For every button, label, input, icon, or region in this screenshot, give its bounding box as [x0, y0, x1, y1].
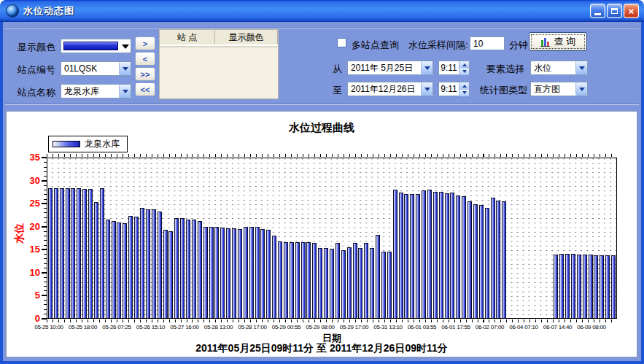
dropdown-arrow-icon[interactable] [421, 61, 432, 74]
chart-type-combo[interactable]: 直方图 [530, 82, 588, 96]
minimize-icon [594, 13, 601, 15]
bar [106, 220, 110, 318]
station-table[interactable]: 站 点 显示颜色 [159, 29, 279, 99]
from-time-spinner[interactable]: 9:11 [438, 61, 470, 75]
dropdown-arrow-icon[interactable] [575, 61, 587, 74]
x-tick-label: 05-25 10:00 [34, 324, 63, 330]
minimize-button[interactable] [590, 4, 605, 18]
y-tick-label: 5 [35, 290, 40, 301]
bar [226, 228, 230, 318]
from-label: 从 [333, 63, 342, 76]
dropdown-arrow-icon[interactable] [120, 39, 131, 53]
station-id-label: 站点编号 [18, 63, 55, 77]
x-axis-bottom-ticks [47, 320, 617, 322]
bar [174, 218, 179, 318]
to-label: 至 [333, 84, 342, 97]
legend-label: 龙泉水库 [85, 138, 120, 150]
y-tick-label: 35 [30, 152, 40, 163]
x-tick-label: 06-04 07:10 [509, 324, 538, 330]
color-swatch [63, 42, 118, 50]
bar [278, 241, 282, 318]
bar [140, 208, 144, 318]
y-tick-label: 15 [30, 244, 40, 255]
station-name-value: 龙泉水库 [61, 85, 119, 98]
bar [238, 229, 242, 318]
x-tick-label: 05-26 07:25 [102, 324, 131, 330]
x-tick-label: 05-25 18:00 [69, 324, 97, 330]
bar [468, 201, 472, 318]
move-right-button[interactable]: > [135, 36, 155, 50]
dropdown-arrow-icon[interactable] [119, 85, 131, 98]
titlebar[interactable]: 水位动态图 × [0, 0, 644, 22]
to-date-combo[interactable]: 2011年12月26日 [347, 82, 433, 96]
bar [502, 201, 506, 318]
move-all-left-button[interactable]: << [135, 82, 155, 96]
bar [284, 242, 288, 318]
divider [5, 104, 639, 105]
interval-input[interactable]: 10 [470, 36, 505, 50]
x-tick-label: 06-02 07:00 [476, 324, 504, 330]
bar [554, 255, 558, 318]
bar [370, 248, 374, 318]
bar [479, 205, 484, 318]
bar [94, 202, 98, 318]
chart-footer: 2011年05月25日09时11分 至 2011年12月26日09时11分 [7, 342, 637, 355]
move-left-button[interactable]: < [135, 52, 155, 66]
x-tick-label: 06-09 08:00 [577, 324, 605, 330]
station-column-header[interactable]: 站 点 [160, 30, 215, 44]
spin-up-icon[interactable] [459, 61, 469, 69]
chart-title: 水位过程曲线 [7, 121, 637, 135]
bar [589, 255, 593, 318]
element-value: 水位 [531, 62, 575, 74]
from-date-combo[interactable]: 2011年 5月25日 [347, 61, 433, 75]
bar [209, 227, 214, 318]
spin-down-icon[interactable] [459, 90, 469, 96]
interval-label: 水位采样间隔: [408, 39, 468, 52]
station-name-combo[interactable]: 龙泉水库 [61, 84, 131, 98]
y-tick-label: 0 [35, 314, 40, 324]
station-id-value: 01LQSK [61, 63, 119, 74]
y-axis-tick-labels: 05101520253035 [17, 158, 40, 319]
close-button[interactable]: × [624, 4, 639, 18]
bar [146, 209, 150, 318]
bar [249, 227, 254, 318]
bar [306, 242, 311, 318]
x-tick-label: 05-28 13:00 [204, 324, 233, 330]
bar [347, 247, 352, 318]
display-color-column-header[interactable]: 显示颜色 [215, 30, 278, 44]
from-date-value: 2011年 5月25日 [348, 62, 421, 74]
station-name-label: 站点名称 [18, 86, 55, 99]
bar [341, 250, 346, 318]
bar [485, 208, 489, 318]
bar [290, 242, 294, 318]
dropdown-arrow-icon[interactable] [575, 82, 587, 96]
display-color-combo[interactable] [61, 39, 131, 53]
maximize-button[interactable] [607, 4, 622, 18]
move-all-right-button[interactable]: >> [135, 67, 155, 81]
bar [496, 201, 500, 318]
bar [381, 252, 386, 318]
bar [152, 209, 156, 318]
station-id-combo[interactable]: 01LQSK [61, 61, 131, 76]
bar [203, 227, 208, 318]
bar [577, 255, 581, 318]
maximize-icon [611, 8, 618, 14]
to-time-spinner[interactable]: 9:11 [438, 82, 470, 96]
bar [583, 255, 587, 318]
bar [439, 192, 443, 318]
query-button[interactable]: 查 询 [529, 32, 587, 51]
dropdown-arrow-icon[interactable] [119, 62, 131, 75]
spin-up-icon[interactable] [459, 82, 469, 90]
bar [220, 228, 225, 318]
y-tick-label: 20 [30, 222, 40, 232]
bar [168, 231, 173, 319]
dropdown-arrow-icon[interactable] [421, 82, 432, 96]
bar [180, 218, 185, 318]
bar [214, 227, 219, 318]
multi-station-checkbox[interactable] [337, 38, 346, 47]
spin-down-icon[interactable] [459, 69, 469, 75]
multi-station-label: 多站点查询 [352, 39, 399, 52]
bar [312, 243, 317, 318]
element-combo[interactable]: 水位 [530, 61, 588, 75]
bar [353, 243, 357, 318]
